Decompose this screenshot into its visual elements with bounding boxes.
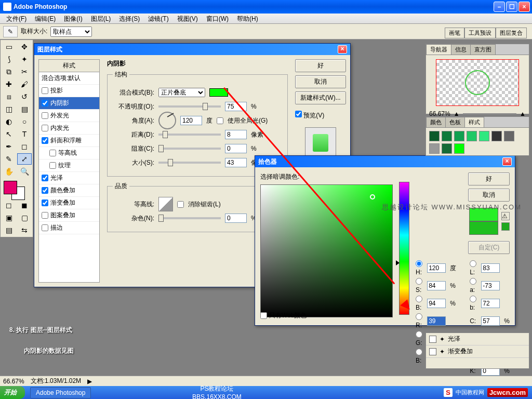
style-check[interactable] — [42, 87, 48, 94]
use-global-check[interactable] — [217, 117, 223, 124]
b-radio[interactable] — [416, 296, 422, 302]
style-row-10[interactable]: 渐变叠加 — [39, 197, 99, 209]
tool-lasso[interactable]: ⟆ — [2, 54, 16, 65]
style-row-11[interactable]: 图案叠加 — [39, 209, 99, 222]
tool-zoom[interactable]: 🔍 — [17, 166, 32, 177]
style-row-0[interactable]: 混合选项:默认 — [39, 72, 99, 85]
style-swatch[interactable] — [429, 143, 440, 154]
size-input[interactable] — [225, 158, 247, 167]
style-swatch[interactable] — [504, 131, 514, 141]
tool-hand[interactable]: ✋ — [2, 166, 16, 177]
tool-gradient[interactable]: ▤ — [17, 103, 32, 115]
style-row-3[interactable]: 外发光 — [39, 110, 99, 122]
tool-type[interactable]: T — [17, 128, 32, 140]
menu-edit[interactable]: 编辑(E) — [31, 14, 60, 23]
lab-b-radio[interactable] — [470, 296, 476, 302]
tab-swatches[interactable]: 色板 — [445, 117, 465, 127]
r-input[interactable] — [427, 316, 446, 326]
tool-move[interactable]: ✥ — [17, 41, 32, 52]
opacity-slider[interactable] — [158, 105, 221, 108]
style-check[interactable] — [42, 137, 48, 144]
navigator-preview[interactable] — [436, 59, 519, 106]
style-check[interactable] — [49, 162, 56, 169]
style-check[interactable] — [49, 150, 56, 156]
palette-tab-layercomps[interactable]: 图层复合 — [496, 28, 527, 38]
screen-full[interactable]: ▢ — [17, 212, 32, 223]
style-row-2[interactable]: 内阴影 — [39, 97, 99, 110]
websafe-swatch[interactable] — [501, 222, 510, 231]
style-check[interactable] — [42, 212, 48, 219]
gamut-warning-icon[interactable]: ⚠ — [501, 212, 510, 220]
start-button[interactable]: 开始 — [0, 386, 25, 399]
c-input[interactable] — [481, 316, 500, 326]
angle-input[interactable] — [180, 116, 202, 125]
style-row-7[interactable]: 纹理 — [39, 159, 99, 172]
hue-slider[interactable] — [399, 182, 409, 315]
noise-slider[interactable] — [158, 217, 221, 219]
menu-file[interactable]: 文件(F) — [2, 14, 31, 23]
eye-icon[interactable] — [429, 348, 436, 355]
tab-color[interactable]: 颜色 — [426, 117, 446, 127]
style-row-4[interactable]: 内发光 — [39, 122, 99, 135]
custom-button[interactable]: 自定(C) — [468, 241, 510, 254]
tool-path[interactable]: ↖ — [2, 128, 16, 140]
distance-slider[interactable] — [158, 134, 221, 136]
preview-check[interactable] — [295, 111, 302, 117]
style-swatch[interactable] — [429, 131, 440, 141]
contour-swatch[interactable] — [158, 197, 173, 211]
tool-marquee[interactable]: ▭ — [2, 41, 16, 52]
eye-icon[interactable] — [429, 336, 436, 343]
distance-input[interactable] — [225, 130, 247, 139]
web-only-check[interactable] — [260, 312, 267, 319]
style-row-1[interactable]: 投影 — [39, 85, 99, 97]
ok-button[interactable]: 好 — [295, 59, 346, 72]
menu-help[interactable]: 帮助(H) — [233, 14, 262, 23]
style-row-9[interactable]: 颜色叠加 — [39, 184, 99, 197]
blend-mode-select[interactable]: 正片叠底 — [158, 88, 205, 97]
menu-select[interactable]: 选择(S) — [115, 14, 144, 23]
picker-close[interactable]: × — [502, 157, 512, 166]
style-check[interactable] — [42, 100, 48, 107]
close-button[interactable]: × — [518, 2, 530, 12]
style-check[interactable] — [42, 200, 48, 206]
style-swatch[interactable] — [479, 131, 489, 141]
antialias-check[interactable] — [177, 201, 184, 208]
tool-notes[interactable]: ✎ — [2, 153, 16, 165]
goto-imageready[interactable]: ⇆ — [17, 224, 32, 236]
style-swatch[interactable] — [491, 131, 502, 141]
tool-stamp[interactable]: ⧇ — [2, 91, 16, 102]
angle-dial[interactable] — [158, 112, 176, 129]
tool-eyedropper[interactable]: ⤢ — [17, 153, 32, 165]
lab-b-input[interactable] — [481, 299, 500, 308]
bv-radio[interactable] — [416, 349, 422, 355]
color-swatches[interactable] — [2, 179, 32, 199]
b-input[interactable] — [427, 299, 446, 308]
tool-blur[interactable]: ◐ — [2, 116, 16, 127]
palette-tab-toolpresets[interactable]: 工具预设 — [464, 28, 496, 38]
tool-eraser[interactable]: ◫ — [2, 103, 16, 115]
menu-filter[interactable]: 滤镜(T) — [144, 14, 172, 23]
style-swatch[interactable] — [442, 143, 452, 154]
eyedropper-icon[interactable]: ✎ — [3, 26, 18, 37]
maximize-button[interactable]: ☐ — [506, 2, 517, 12]
cancel-button[interactable]: 取消 — [295, 75, 346, 88]
a-input[interactable] — [481, 281, 500, 290]
tool-dodge[interactable]: ○ — [17, 116, 32, 127]
l-input[interactable] — [481, 263, 500, 273]
tool-slice[interactable]: ✂ — [17, 66, 32, 77]
menu-view[interactable]: 视图(V) — [173, 14, 202, 23]
style-row-5[interactable]: 斜面和浮雕 — [39, 135, 99, 147]
screen-std[interactable]: ▣ — [2, 212, 16, 223]
tool-brush[interactable]: 🖌 — [17, 78, 32, 90]
tab-info[interactable]: 信息 — [451, 44, 471, 55]
fx-row-gradient[interactable]: ✦渐变叠加 — [426, 345, 529, 358]
tool-shape[interactable]: ◻ — [17, 141, 32, 152]
fx-row-gloss[interactable]: ✦光泽 — [426, 333, 529, 345]
h-input[interactable] — [427, 263, 446, 273]
s-radio[interactable] — [416, 278, 422, 285]
s-input[interactable] — [427, 281, 446, 290]
style-swatch[interactable] — [454, 143, 464, 154]
taskbar-item-photoshop[interactable]: Adobe Photoshop — [30, 387, 91, 398]
choke-input[interactable] — [225, 144, 247, 153]
palette-tab-brushes[interactable]: 画笔 — [445, 28, 464, 38]
